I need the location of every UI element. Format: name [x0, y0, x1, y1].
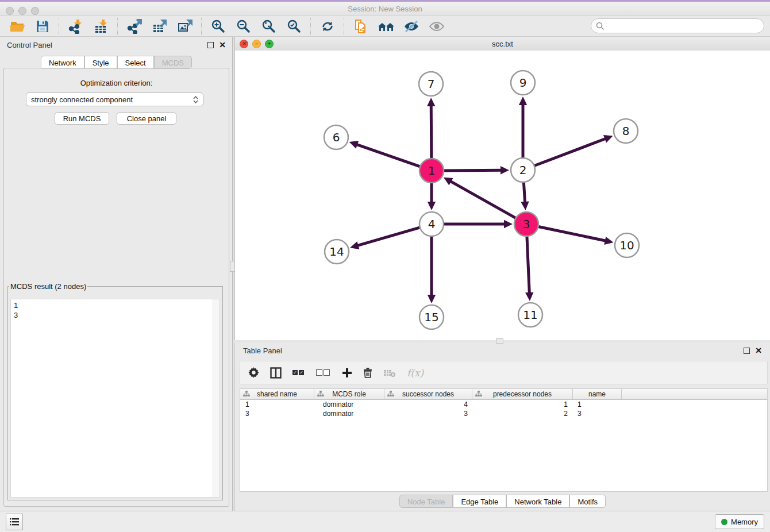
zoom-in-button[interactable]: [206, 17, 231, 36]
hide-selected-button[interactable]: [399, 17, 424, 36]
network-graph: 7968124314101511: [235, 51, 770, 340]
graph-edge-1-2[interactable]: [442, 170, 502, 171]
run-mcds-button[interactable]: Run MCDS: [55, 112, 109, 125]
titlebar: Session: New Session: [0, 2, 770, 16]
open-session-button[interactable]: [5, 17, 30, 36]
checked-box-icon: ✓: [292, 370, 298, 375]
graph-edge-2-3[interactable]: [523, 181, 525, 203]
graph-edge-2-8[interactable]: [533, 138, 607, 166]
trash-icon: [363, 367, 372, 378]
export-table-button[interactable]: [147, 17, 172, 36]
column-header-predecessor-nodes[interactable]: predecessor nodes: [472, 389, 573, 399]
memory-button[interactable]: Memory: [715, 514, 764, 529]
cell-mcds-role[interactable]: dominator: [314, 409, 384, 418]
column-header-successor-nodes[interactable]: successor nodes: [384, 389, 472, 399]
tab-motifs[interactable]: Motifs: [569, 495, 606, 508]
tab-node-table[interactable]: Node Table: [399, 495, 453, 508]
mcds-panel: Optimization criterion: strongly connect…: [3, 68, 229, 507]
column-header-mcds-role[interactable]: MCDS role: [314, 389, 384, 399]
minimize-window-button[interactable]: [18, 7, 26, 15]
refresh-button[interactable]: [315, 17, 340, 36]
zoom-selected-button[interactable]: [282, 17, 307, 36]
cell-name[interactable]: 1: [573, 400, 622, 409]
graph-edge-1-6[interactable]: [356, 144, 421, 167]
graph-edge-3-10[interactable]: [537, 226, 607, 241]
cell-successor-nodes[interactable]: 3: [384, 409, 472, 418]
status-bar: Memory: [0, 511, 770, 532]
zoom-fit-button[interactable]: [256, 17, 282, 36]
export-network-button[interactable]: [122, 17, 147, 36]
table-row[interactable]: 1 dominator 4 1 1: [240, 400, 767, 409]
node-table: shared name MCDS role successor nodes: [240, 388, 768, 492]
tab-mcds[interactable]: MCDS: [154, 56, 192, 69]
float-table-panel-icon[interactable]: [744, 348, 750, 354]
cell-predecessor-nodes[interactable]: 2: [472, 409, 573, 418]
graph-node-label-11: 11: [523, 308, 537, 322]
table-tabs: Node Table Edge Table Network Table Moti…: [235, 495, 770, 508]
delete-columns-button[interactable]: [363, 364, 372, 381]
table-row[interactable]: 3 dominator 3 2 3: [240, 409, 767, 418]
toolbar-separator: [310, 18, 311, 35]
network-close-button[interactable]: ✕: [240, 40, 248, 48]
close-panel-icon[interactable]: ✕: [219, 41, 226, 49]
export-table-icon: [152, 19, 167, 34]
network-window-title: scc.txt: [492, 40, 513, 48]
graph-edge-3-1[interactable]: [449, 181, 517, 219]
zoom-out-button[interactable]: [231, 17, 256, 36]
unselect-all-columns-button[interactable]: [316, 364, 331, 381]
select-all-columns-button[interactable]: ✓ ✓: [292, 364, 305, 381]
columns-icon: [270, 367, 282, 379]
cell-shared-name[interactable]: 1: [240, 400, 314, 409]
tab-network[interactable]: Network: [41, 56, 84, 69]
show-all-button[interactable]: [424, 17, 449, 36]
network-minimize-button[interactable]: −: [252, 40, 261, 48]
delete-table-icon: [383, 368, 396, 377]
cell-successor-nodes[interactable]: 4: [384, 400, 472, 409]
show-columns-button[interactable]: [270, 364, 282, 381]
table-settings-button[interactable]: [248, 364, 259, 381]
tab-select[interactable]: Select: [117, 56, 154, 69]
criterion-select[interactable]: strongly connected component: [26, 92, 203, 106]
import-network-button[interactable]: [63, 17, 88, 36]
network-documents-button[interactable]: [348, 17, 374, 36]
cell-name[interactable]: 3: [573, 409, 622, 418]
delete-table-button[interactable]: [383, 364, 396, 381]
zoom-window-button[interactable]: [31, 7, 39, 15]
tab-network-table[interactable]: Network Table: [506, 495, 569, 508]
float-panel-icon[interactable]: [207, 42, 214, 48]
network-canvas[interactable]: 7968124314101511: [235, 51, 770, 340]
task-history-button[interactable]: [6, 514, 23, 530]
network-maximize-button[interactable]: +: [265, 40, 274, 48]
result-line: 1: [14, 300, 220, 310]
zoom-selected-icon: [287, 19, 302, 34]
tab-style[interactable]: Style: [84, 56, 117, 69]
column-header-name[interactable]: name: [573, 389, 622, 399]
apply-function-button[interactable]: f(x): [407, 364, 424, 381]
export-image-button[interactable]: [172, 17, 198, 36]
result-scrollbar[interactable]: [213, 299, 220, 497]
close-panel-button[interactable]: Close panel: [117, 112, 176, 125]
mcds-result-title: MCDS result (2 nodes): [9, 282, 87, 291]
application-window: Session: New Session: [0, 0, 770, 532]
tab-edge-table[interactable]: Edge Table: [453, 495, 506, 508]
search-input[interactable]: [591, 18, 764, 33]
attribute-type-icon: [387, 391, 394, 397]
column-header-shared-name[interactable]: shared name: [240, 389, 314, 399]
cell-predecessor-nodes[interactable]: 1: [472, 400, 573, 409]
table-panel-title: Table Panel: [243, 346, 282, 355]
first-neighbors-button[interactable]: [374, 17, 399, 36]
add-column-button[interactable]: [342, 364, 352, 381]
import-table-button[interactable]: [88, 17, 114, 36]
cell-shared-name[interactable]: 3: [240, 409, 314, 418]
close-table-panel-icon[interactable]: ✕: [755, 346, 762, 354]
graph-edge-1-7[interactable]: [431, 105, 432, 160]
graph-edge-arrowhead: [604, 237, 613, 245]
graph-edge-3-11[interactable]: [527, 235, 530, 294]
graph-node-label-15: 15: [424, 310, 438, 324]
close-window-button[interactable]: [6, 7, 14, 15]
search-text[interactable]: [605, 21, 750, 31]
gear-icon: [248, 367, 259, 378]
cell-mcds-role[interactable]: dominator: [314, 400, 384, 409]
graph-edge-4-14[interactable]: [357, 227, 421, 246]
save-session-button[interactable]: [30, 17, 55, 36]
